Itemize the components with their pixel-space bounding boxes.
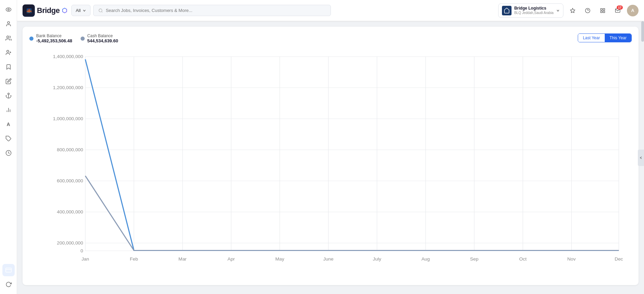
star-icon — [570, 8, 575, 13]
scrollbar-thumb[interactable] — [641, 21, 644, 42]
svg-text:May: May — [275, 257, 284, 262]
svg-marker-20 — [570, 8, 575, 13]
chevron-left-icon — [639, 156, 643, 159]
svg-point-3 — [6, 36, 9, 38]
sidebar-item-clock[interactable] — [2, 147, 15, 159]
balance-chart: 1,400,000,000 1,200,000,000 1,000,000,00… — [29, 49, 632, 266]
search-filter-dropdown[interactable]: All — [71, 5, 90, 16]
cash-balance-legend: Cash Balance 544,534,639.60 — [81, 33, 118, 43]
svg-text:Oct: Oct — [519, 257, 527, 262]
svg-point-18 — [99, 9, 102, 12]
grid-icon — [600, 8, 605, 13]
sidebar-item-user[interactable] — [2, 18, 15, 30]
bank-balance-legend: Bank Balance -5,492,353,506.48 — [29, 33, 72, 43]
bank-balance-value: -5,492,353,506.48 — [36, 38, 72, 43]
sidebar-item-anchor[interactable] — [2, 89, 15, 102]
logo-badge: ⬡ — [62, 7, 67, 14]
svg-text:400,000,000: 400,000,000 — [57, 210, 83, 214]
chart-legend: Bank Balance -5,492,353,506.48 Cash Bala… — [29, 33, 118, 43]
company-chevron-icon — [556, 9, 560, 12]
header-right: Bridge Logistics BLQ Jeddah,Saudi Arabia… — [498, 3, 639, 18]
svg-rect-23 — [601, 9, 602, 10]
cash-balance-dot — [81, 37, 85, 41]
bank-balance-line — [85, 59, 619, 251]
search-box — [93, 5, 331, 16]
notification-badge: 17 — [617, 5, 623, 10]
svg-text:June: June — [323, 257, 334, 262]
svg-text:Jan: Jan — [82, 257, 89, 262]
search-filter-label: All — [76, 8, 81, 13]
chart-card: Bank Balance -5,492,353,506.48 Cash Bala… — [23, 27, 639, 285]
svg-point-1 — [8, 9, 9, 11]
chevron-down-icon — [83, 9, 86, 12]
cash-balance-info: Cash Balance 544,534,639.60 — [87, 33, 118, 43]
help-icon — [585, 8, 590, 13]
sidebar-item-view[interactable] — [2, 3, 15, 16]
logo-area: 🌉 Bridge ⬡ — [23, 4, 67, 17]
sidebar-item-chart[interactable] — [2, 104, 15, 116]
svg-text:0: 0 — [81, 249, 83, 253]
content-area: Bank Balance -5,492,353,506.48 Cash Bala… — [17, 21, 644, 294]
last-year-button[interactable]: Last Year — [578, 34, 605, 42]
bank-balance-label: Bank Balance — [36, 33, 72, 38]
header: 🌉 Bridge ⬡ All Bridge Logistics — [17, 0, 644, 21]
svg-point-2 — [8, 22, 10, 24]
sidebar-item-card[interactable] — [2, 264, 15, 276]
svg-rect-26 — [603, 11, 605, 13]
sidebar: A — [0, 0, 17, 294]
svg-text:🌉: 🌉 — [26, 8, 32, 14]
cash-balance-label: Cash Balance — [87, 33, 118, 38]
logo-icon: 🌉 — [23, 4, 35, 17]
svg-text:800,000,000: 800,000,000 — [57, 148, 83, 152]
svg-line-19 — [102, 11, 102, 12]
bank-balance-dot — [29, 37, 33, 41]
collapse-button[interactable] — [638, 150, 644, 166]
svg-text:July: July — [373, 257, 381, 262]
favorites-button[interactable] — [567, 5, 578, 16]
sidebar-item-contacts[interactable] — [2, 32, 15, 44]
svg-text:600,000,000: 600,000,000 — [57, 179, 83, 183]
this-year-button[interactable]: This Year — [605, 34, 631, 42]
notifications-button[interactable]: 17 — [612, 5, 624, 16]
sidebar-item-tag[interactable] — [2, 132, 15, 145]
svg-text:Mar: Mar — [179, 257, 187, 262]
company-sub: BLQ Jeddah,Saudi Arabia — [514, 11, 554, 15]
sidebar-item-edit[interactable] — [2, 75, 15, 87]
svg-text:Feb: Feb — [130, 257, 138, 262]
svg-text:Nov: Nov — [567, 257, 576, 262]
svg-text:Dec: Dec — [615, 257, 623, 262]
chart-header: Bank Balance -5,492,353,506.48 Cash Bala… — [29, 33, 632, 43]
cash-balance-value: 544,534,639.60 — [87, 38, 118, 43]
svg-text:1,000,000,000: 1,000,000,000 — [53, 116, 83, 121]
sidebar-item-refresh[interactable] — [2, 278, 15, 291]
svg-text:1,400,000,000: 1,400,000,000 — [53, 54, 83, 59]
bank-balance-info: Bank Balance -5,492,353,506.48 — [36, 33, 72, 43]
sidebar-item-bookmark[interactable] — [2, 61, 15, 73]
svg-rect-14 — [5, 268, 11, 272]
svg-text:Sep: Sep — [470, 257, 479, 262]
svg-rect-24 — [603, 9, 605, 10]
sidebar-item-text[interactable]: A — [2, 118, 15, 130]
user-avatar[interactable]: A — [627, 5, 639, 16]
search-area: All — [71, 5, 331, 16]
svg-text:Apr: Apr — [227, 257, 235, 262]
svg-point-0 — [6, 8, 11, 12]
app-name: Bridge — [37, 6, 60, 15]
company-info: Bridge Logistics BLQ Jeddah,Saudi Arabia — [514, 6, 554, 15]
cash-balance-line — [85, 176, 619, 250]
help-button[interactable] — [582, 5, 593, 16]
svg-text:1,200,000,000: 1,200,000,000 — [53, 85, 83, 90]
search-icon — [98, 8, 103, 13]
company-selector[interactable]: Bridge Logistics BLQ Jeddah,Saudi Arabia — [498, 3, 563, 18]
company-name: Bridge Logistics — [514, 6, 554, 11]
chart-area: 1,400,000,000 1,200,000,000 1,000,000,00… — [29, 49, 632, 266]
svg-point-4 — [6, 50, 9, 52]
search-input[interactable] — [106, 8, 326, 13]
grid-button[interactable] — [597, 5, 608, 16]
svg-text:200,000,000: 200,000,000 — [57, 241, 83, 246]
svg-rect-25 — [601, 11, 602, 13]
year-toggle: Last Year This Year — [578, 33, 632, 42]
sidebar-item-add-person[interactable] — [2, 46, 15, 59]
svg-point-7 — [8, 93, 9, 95]
svg-text:Aug: Aug — [421, 257, 430, 262]
